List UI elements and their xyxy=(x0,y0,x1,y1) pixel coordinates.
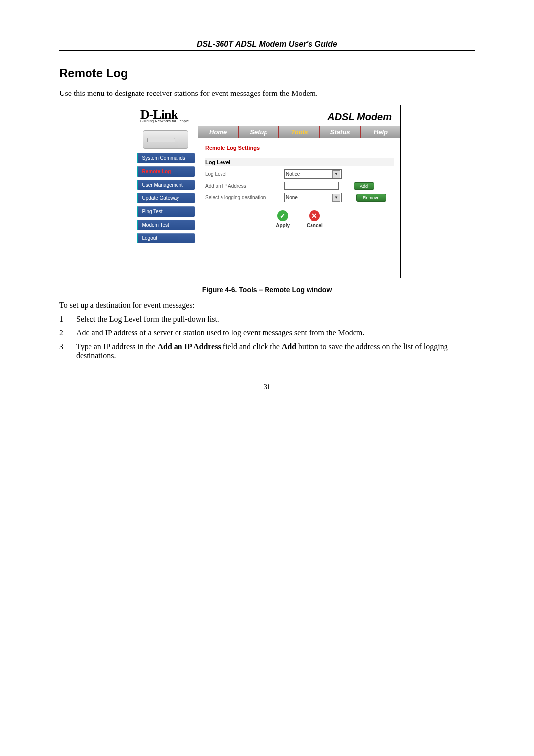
sidebar-item-ping-test[interactable]: Ping Test xyxy=(137,206,195,217)
step-item: 2Add and IP address of a server or stati… xyxy=(59,329,475,337)
destination-select[interactable]: None ▼ xyxy=(284,193,342,202)
panel-subheader: Log Level xyxy=(205,158,394,166)
add-button[interactable]: Add xyxy=(354,182,374,190)
intro-text: Use this menu to designate receiver stat… xyxy=(59,89,475,98)
page-number: 31 xyxy=(59,383,475,391)
sidebar-item-update-gateway[interactable]: Update Gateway xyxy=(137,193,195,203)
tab-home[interactable]: Home xyxy=(198,126,239,138)
log-level-label: Log Level xyxy=(205,171,284,177)
destination-label: Select a logging destination xyxy=(205,195,284,200)
remove-button[interactable]: Remove xyxy=(356,194,386,202)
sidebar-item-remote-log[interactable]: Remote Log xyxy=(137,166,195,177)
apply-button[interactable]: ✓ Apply xyxy=(276,210,290,228)
log-level-value: Notice xyxy=(286,171,300,177)
step-text: Select the Log Level form the pull-down … xyxy=(76,315,219,324)
step-number: 2 xyxy=(59,329,76,337)
header-rule xyxy=(59,50,475,51)
figure-caption: Figure 4-6. Tools – Remote Log window xyxy=(59,286,475,294)
step-text: Add and IP address of a server or statio… xyxy=(76,329,364,337)
sidebar: System CommandsRemote LogUser Management… xyxy=(134,126,198,278)
step-item: 3Type an IP address in the Add an IP Add… xyxy=(59,342,475,360)
destination-value: None xyxy=(286,195,298,200)
modem-image xyxy=(143,130,188,149)
product-title: ADSL Modem xyxy=(327,111,392,123)
brand-logo: D-Link Building Networks for People xyxy=(140,108,189,123)
panel-title: Remote Log Settings xyxy=(205,145,394,153)
step-text: Type an IP address in the Add an IP Addr… xyxy=(76,342,475,360)
sidebar-item-system-commands[interactable]: System Commands xyxy=(137,153,195,163)
tab-bar: HomeSetupToolsStatusHelp xyxy=(198,126,400,138)
step-item: 1Select the Log Level form the pull-down… xyxy=(59,315,475,324)
tab-tools[interactable]: Tools xyxy=(279,126,320,138)
step-number: 3 xyxy=(59,342,76,360)
screenshot-figure: D-Link Building Networks for People ADSL… xyxy=(133,105,401,278)
chevron-down-icon: ▼ xyxy=(332,194,340,202)
doc-header-title: DSL-360T ADSL Modem User's Guide xyxy=(59,40,475,48)
tab-setup[interactable]: Setup xyxy=(239,126,279,138)
log-level-select[interactable]: Notice ▼ xyxy=(284,169,342,179)
cancel-button[interactable]: ✕ Cancel xyxy=(307,210,323,228)
sidebar-item-modem-test[interactable]: Modem Test xyxy=(137,220,195,230)
step-number: 1 xyxy=(59,315,76,324)
lead-text: To set up a destination for event messag… xyxy=(59,301,475,310)
tab-status[interactable]: Status xyxy=(320,126,361,138)
ip-address-input[interactable] xyxy=(284,182,339,190)
steps-list: 1Select the Log Level form the pull-down… xyxy=(59,315,475,360)
close-icon: ✕ xyxy=(309,210,320,221)
chevron-down-icon: ▼ xyxy=(332,170,340,178)
sidebar-item-logout[interactable]: Logout xyxy=(137,233,195,243)
add-ip-label: Add an IP Address xyxy=(205,183,284,189)
sidebar-item-user-management[interactable]: User Management xyxy=(137,180,195,190)
tab-help[interactable]: Help xyxy=(361,126,400,138)
section-heading: Remote Log xyxy=(59,66,475,80)
check-icon: ✓ xyxy=(277,210,288,221)
footer-rule xyxy=(59,380,475,380)
